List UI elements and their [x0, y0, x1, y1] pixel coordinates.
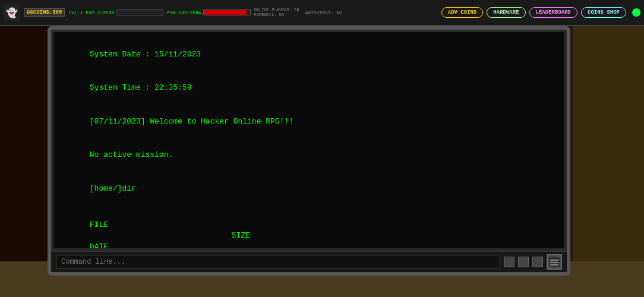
- date-line: System Date : 15/11/2023: [62, 38, 556, 72]
- sub-stats: ONLINE PLAYERS: 39 FIREWALL: NO: [254, 8, 299, 17]
- cmd-btn-2[interactable]: [518, 257, 529, 267]
- col-file-header: FILE: [90, 220, 209, 231]
- svg-rect-3: [550, 260, 558, 261]
- antivirus-label: ANTIVIRUS: NO: [305, 10, 342, 15]
- nav-buttons: ADV COINS HARDWARE LEADERBOARD COINS SHO…: [441, 7, 640, 18]
- time-text: System Time : 22:35:59: [90, 83, 192, 92]
- exp-label: LVL:1 EXP:1/2500: [68, 10, 114, 15]
- file-header-line: FILE SIZE DATE: [62, 208, 556, 248]
- firewall-label: FIREWALL: NO: [254, 12, 299, 17]
- exp-bar-container: LVL:1 EXP:1/2500: [68, 10, 163, 15]
- col-date-header: DATE: [90, 242, 108, 248]
- mission-text: No active mission.: [90, 150, 173, 159]
- cmd-btn-1[interactable]: [504, 257, 514, 267]
- bg-left: [0, 0, 48, 297]
- hardware-button[interactable]: HARDWARE: [487, 7, 525, 18]
- welcome-line: [07/11/2023] Welcome to Hacker Online RP…: [62, 105, 556, 139]
- leaderboard-button[interactable]: LEADERBOARD: [529, 7, 577, 18]
- avatar-icon: 👻: [4, 4, 20, 21]
- dir-cmd-text: [home/]dir: [90, 184, 136, 193]
- status-dot: [632, 8, 640, 17]
- expand-icon: [548, 255, 561, 268]
- ggcoins-label: GGCOINS:300: [27, 10, 62, 15]
- top-bar: 👻 GGCOINS:300 LVL:1 EXP:1/2500 POW:185/2…: [0, 0, 644, 26]
- svg-rect-4: [550, 262, 558, 263]
- online-players-label: ONLINE PLAYERS: 39: [254, 8, 299, 12]
- command-input[interactable]: [56, 255, 500, 269]
- terminal-screen: System Date : 15/11/2023 System Time : 2…: [53, 32, 564, 248]
- cmd-btn-3[interactable]: [532, 257, 543, 267]
- welcome-text: [07/11/2023] Welcome to Hacker Online RP…: [90, 117, 293, 126]
- adv-coins-button[interactable]: ADV COINS: [441, 7, 484, 18]
- command-bar: [51, 251, 567, 272]
- dir-cmd-line: [home/]dir: [62, 172, 556, 206]
- col-size-header: SIZE: [90, 230, 256, 242]
- bg-right: [573, 0, 644, 297]
- svg-text:👻: 👻: [6, 7, 18, 19]
- ggcoins-display: GGCOINS:300: [24, 8, 65, 17]
- date-text: System Date : 15/11/2023: [90, 50, 201, 59]
- pow-bar-fill: [204, 10, 247, 15]
- pow-bar-container: POW:185/200W: [167, 10, 251, 15]
- coins-shop-button[interactable]: COINS SHOP: [581, 7, 626, 18]
- cmd-btn-expand[interactable]: [547, 254, 562, 270]
- pow-label: POW:185/200W: [167, 10, 201, 15]
- time-line: System Time : 22:35:59: [62, 72, 556, 106]
- monitor-frame: System Date : 15/11/2023 System Time : 2…: [48, 26, 570, 276]
- svg-rect-5: [550, 264, 558, 266]
- pow-bar-wrap: [203, 10, 251, 15]
- exp-bar-wrap: [116, 10, 163, 15]
- mission-line: No active mission.: [62, 139, 556, 173]
